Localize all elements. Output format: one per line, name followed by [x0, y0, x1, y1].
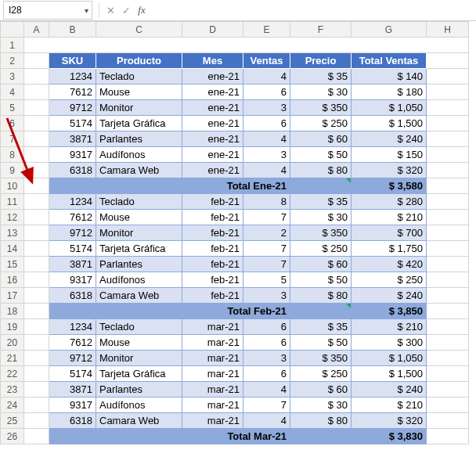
cell-ventas[interactable]: 3	[243, 351, 290, 366]
cell-sku[interactable]: 6318	[49, 288, 96, 304]
cell[interactable]	[427, 288, 469, 304]
cell[interactable]	[24, 178, 49, 194]
cell-ventas[interactable]: 8	[243, 194, 290, 210]
row-header[interactable]: 12	[1, 210, 24, 225]
cell-sku[interactable]: 6318	[49, 413, 96, 429]
cell-producto[interactable]: Teclado	[96, 319, 182, 335]
cell-precio[interactable]: $ 60	[290, 257, 352, 272]
cell[interactable]	[427, 257, 469, 272]
row-header[interactable]: 24	[1, 397, 24, 413]
cell[interactable]	[427, 116, 469, 131]
cell[interactable]	[24, 53, 49, 69]
cell[interactable]	[24, 413, 49, 429]
cell-ventas[interactable]: 6	[243, 319, 290, 335]
cell-precio[interactable]: $ 35	[290, 194, 352, 210]
cell-producto[interactable]: Tarjeta Gráfica	[96, 366, 182, 382]
cell-total[interactable]: $ 280	[352, 194, 427, 210]
spreadsheet-table[interactable]: A B C D E F G H 12 SKU Producto Mes Vent…	[0, 21, 469, 444]
cell-ventas[interactable]: 6	[243, 335, 290, 351]
total-value[interactable]: $ 3,850	[352, 304, 427, 319]
cell-precio[interactable]: $ 250	[290, 241, 352, 257]
cell[interactable]	[427, 69, 469, 85]
cell[interactable]	[24, 100, 49, 116]
cell-ventas[interactable]: 7	[243, 241, 290, 257]
cell-sku[interactable]: 5174	[49, 116, 96, 131]
row-header[interactable]: 6	[1, 116, 24, 131]
cell[interactable]	[427, 163, 469, 178]
cell-producto[interactable]: Mouse	[96, 85, 182, 100]
cell-precio[interactable]: $ 60	[290, 382, 352, 397]
cell[interactable]	[427, 351, 469, 366]
cell[interactable]	[427, 382, 469, 397]
cell-sku[interactable]: 1234	[49, 194, 96, 210]
cell[interactable]	[427, 53, 469, 69]
cell-ventas[interactable]: 2	[243, 225, 290, 241]
row-header[interactable]: 5	[1, 100, 24, 116]
cell-ventas[interactable]: 4	[243, 131, 290, 147]
hdr-sku[interactable]: SKU	[49, 53, 96, 69]
cell[interactable]	[96, 429, 182, 444]
cell[interactable]	[24, 163, 49, 178]
cell-mes[interactable]: ene-21	[182, 85, 243, 100]
cell[interactable]	[24, 147, 49, 163]
cell-ventas[interactable]: 7	[243, 257, 290, 272]
cell-precio[interactable]: $ 35	[290, 69, 352, 85]
col-header[interactable]: E	[243, 22, 290, 38]
row-header[interactable]: 2	[1, 53, 24, 69]
cell-mes[interactable]: feb-21	[182, 272, 243, 288]
cell[interactable]	[427, 304, 469, 319]
cell[interactable]	[24, 85, 49, 100]
cell-total[interactable]: $ 1,050	[352, 351, 427, 366]
cell-producto[interactable]: Teclado	[96, 69, 182, 85]
cell-mes[interactable]: ene-21	[182, 116, 243, 131]
hdr-producto[interactable]: Producto	[96, 53, 182, 69]
cell-ventas[interactable]: 6	[243, 85, 290, 100]
cell-total[interactable]: $ 240	[352, 131, 427, 147]
cell-precio[interactable]: $ 250	[290, 366, 352, 382]
cell-precio[interactable]: $ 350	[290, 225, 352, 241]
cell[interactable]	[24, 38, 469, 53]
cell-total[interactable]: $ 1,500	[352, 116, 427, 131]
cell-precio[interactable]: $ 60	[290, 131, 352, 147]
cell[interactable]	[290, 429, 352, 444]
cell[interactable]	[96, 304, 182, 319]
cell-sku[interactable]: 6318	[49, 163, 96, 178]
total-value[interactable]: $ 3,830	[352, 429, 427, 444]
cell[interactable]	[24, 382, 49, 397]
total-label[interactable]: Total Ene-21	[182, 178, 290, 194]
cell-producto[interactable]: Camara Web	[96, 413, 182, 429]
select-all-corner[interactable]	[1, 22, 24, 38]
row-header[interactable]: 22	[1, 366, 24, 382]
cell-precio[interactable]: $ 250	[290, 116, 352, 131]
cell-total[interactable]: $ 240	[352, 382, 427, 397]
cell-producto[interactable]: Tarjeta Gráfica	[96, 241, 182, 257]
cell[interactable]	[24, 131, 49, 147]
cell-precio[interactable]: $ 50	[290, 335, 352, 351]
cell-precio[interactable]: $ 50	[290, 272, 352, 288]
cell-total[interactable]: $ 240	[352, 288, 427, 304]
cell-producto[interactable]: Audífonos	[96, 272, 182, 288]
cell-sku[interactable]: 9317	[49, 272, 96, 288]
cell[interactable]	[427, 85, 469, 100]
cell[interactable]	[427, 366, 469, 382]
total-value[interactable]: $ 3,580	[352, 178, 427, 194]
cell-precio[interactable]: $ 80	[290, 413, 352, 429]
cell-total[interactable]: $ 1,050	[352, 100, 427, 116]
cell-precio[interactable]: $ 35	[290, 319, 352, 335]
cell[interactable]	[49, 304, 96, 319]
name-box[interactable]: I28 ▾	[3, 1, 92, 20]
cell-sku[interactable]: 9317	[49, 397, 96, 413]
cell-mes[interactable]: feb-21	[182, 210, 243, 225]
cell[interactable]	[24, 210, 49, 225]
cell[interactable]	[24, 272, 49, 288]
cell-precio[interactable]: $ 350	[290, 100, 352, 116]
cell[interactable]	[427, 178, 469, 194]
row-header[interactable]: 20	[1, 335, 24, 351]
col-header[interactable]: H	[427, 22, 469, 38]
cell-ventas[interactable]: 7	[243, 210, 290, 225]
cell-total[interactable]: $ 1,500	[352, 366, 427, 382]
cell-precio[interactable]: $ 80	[290, 163, 352, 178]
cell-producto[interactable]: Camara Web	[96, 163, 182, 178]
cell-mes[interactable]: mar-21	[182, 366, 243, 382]
cell-ventas[interactable]: 5	[243, 272, 290, 288]
